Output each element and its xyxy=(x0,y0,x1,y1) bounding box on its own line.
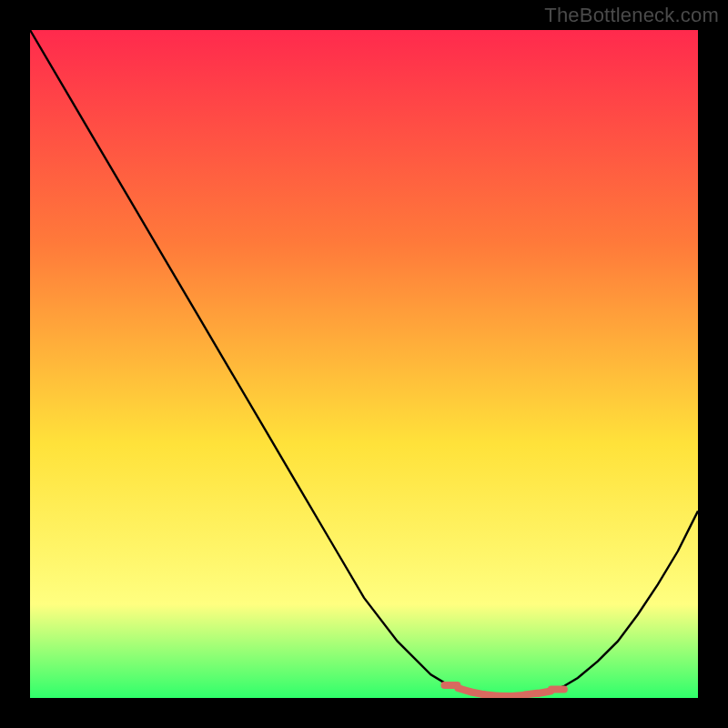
chart-plot-area xyxy=(30,30,698,698)
attribution-text: TheBottleneck.com xyxy=(544,4,719,27)
chart-svg xyxy=(30,30,698,698)
chart-frame: TheBottleneck.com xyxy=(0,0,728,728)
